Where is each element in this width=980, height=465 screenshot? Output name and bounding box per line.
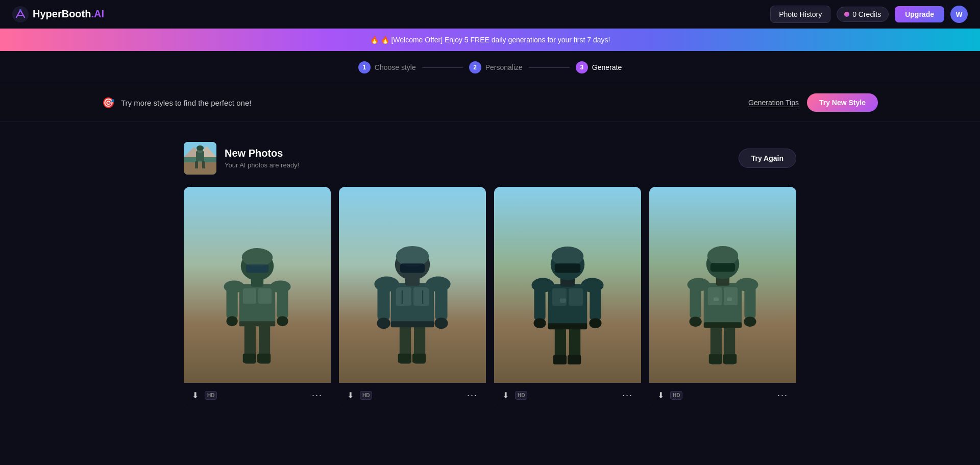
tips-left: 🎯 Try more styles to find the perfect on… [102,96,251,109]
step-1-label: Choose style [375,63,416,71]
try-again-button[interactable]: Try Again [739,149,796,168]
photos-header: New Photos Your AI photos are ready! Try… [184,142,796,175]
hd-label-2: HD [362,393,370,398]
svg-point-1 [19,9,21,11]
soldier-svg-4 [671,206,774,383]
photo-card-2: ⬇ HD ··· [339,187,486,408]
photo-card-4: ⬇ HD ··· [649,187,796,408]
more-button-4[interactable]: ··· [775,388,790,403]
thumbnail-svg [184,142,216,175]
banner-text: [Welcome Offer] Enjoy 5 FREE daily gener… [391,36,610,44]
logo-text: HyperBooth.AI [33,8,104,20]
hd-label-1: HD [207,393,214,398]
banner-emoji2: 🔥 [381,36,389,44]
photo-card-3: ⬇ HD ··· [494,187,641,408]
thumbnail-placeholder [184,142,216,175]
more-button-1[interactable]: ··· [310,388,325,403]
svg-rect-9 [195,161,198,168]
svg-rect-81 [744,284,755,319]
step-2: 2 Personalize [469,61,523,74]
more-icon-2: ··· [467,390,478,400]
photo-image-4 [649,187,796,383]
photo-image-2 [339,187,486,383]
svg-rect-38 [391,322,434,328]
tips-bar: 🎯 Try more styles to find the perfect on… [0,84,980,121]
svg-rect-76 [724,287,738,305]
svg-point-86 [707,246,738,265]
svg-rect-88 [714,298,719,301]
tips-message: Try more styles to find the perfect one! [121,99,251,107]
generation-tips-button[interactable]: Generation Tips [748,99,799,107]
photo-actions-2: ⬇ HD ··· [339,383,486,408]
main-content: New Photos Your AI photos are ready! Try… [0,121,980,428]
download-button-3[interactable]: ⬇ [500,388,511,402]
more-button-3[interactable]: ··· [620,388,635,403]
svg-rect-57 [569,288,583,306]
hd-label-4: HD [673,393,680,398]
step-connector-2 [529,67,570,68]
photo-actions-4: ⬇ HD ··· [649,383,796,408]
hd-badge-4: HD [670,391,682,400]
header-right: Photo History 0 Credits Upgrade W [770,6,968,23]
try-new-style-button[interactable]: Try New Style [807,93,878,112]
logo-hyper: HyperBooth [33,8,91,19]
svg-rect-87 [710,263,735,272]
step-2-number: 2 [469,61,481,74]
photo-history-button[interactable]: Photo History [770,6,830,23]
logo-ai: .AI [91,8,104,19]
svg-point-24 [277,316,288,327]
svg-point-23 [227,316,238,327]
svg-point-82 [689,317,701,327]
svg-rect-58 [548,324,587,330]
svg-rect-62 [590,284,601,321]
download-button-2[interactable]: ⬇ [345,388,356,402]
welcome-banner: 🔥 🔥 [Welcome Offer] Enjoy 5 FREE daily g… [0,29,980,51]
step-1: 1 Choose style [358,61,416,74]
download-button-4[interactable]: ⬇ [655,388,666,402]
logo[interactable]: HyperBooth.AI [12,6,104,22]
svg-point-63 [533,319,546,329]
logo-icon [12,6,29,22]
svg-rect-69 [560,299,566,303]
soldier-svg-1 [206,206,309,383]
photo-action-left-4: ⬇ HD [655,388,682,402]
svg-rect-10 [202,161,205,168]
photo-action-left-2: ⬇ HD [345,388,372,402]
svg-rect-48 [400,264,425,273]
more-icon-3: ··· [622,390,633,400]
photos-info: New Photos Your AI photos are ready! [225,148,299,169]
more-icon-4: ··· [777,390,788,400]
avatar[interactable]: W [950,6,968,23]
download-button-1[interactable]: ⬇ [190,388,201,402]
photo-actions-1: ⬇ HD ··· [184,383,331,408]
svg-point-27 [242,248,273,266]
svg-point-0 [12,6,29,22]
tips-right: Generation Tips Try New Style [748,93,878,112]
svg-rect-28 [246,265,268,273]
svg-rect-41 [377,283,389,321]
upgrade-button[interactable]: Upgrade [895,6,944,22]
hd-badge-1: HD [205,391,217,400]
photos-header-left: New Photos Your AI photos are ready! [184,142,299,175]
credits-dot-icon [844,12,849,17]
svg-rect-33 [398,354,411,363]
svg-rect-34 [412,354,426,363]
hd-badge-2: HD [360,391,372,400]
svg-rect-54 [568,355,581,364]
step-3: 3 Generate [576,61,622,74]
svg-rect-16 [257,354,271,363]
photo-image-1 [184,187,331,383]
more-button-2[interactable]: ··· [465,388,480,403]
photo-action-left-1: ⬇ HD [190,388,217,402]
svg-rect-53 [553,355,567,364]
svg-rect-36 [396,287,411,306]
step-3-number: 3 [576,61,588,74]
svg-point-30 [270,281,290,293]
step-2-label: Personalize [485,63,523,71]
svg-rect-89 [727,298,732,301]
credits-button[interactable]: 0 Credits [837,7,889,22]
svg-point-64 [589,319,601,329]
svg-rect-68 [555,264,580,273]
svg-rect-18 [243,288,256,304]
photo-grid: ⬇ HD ··· [184,187,796,408]
